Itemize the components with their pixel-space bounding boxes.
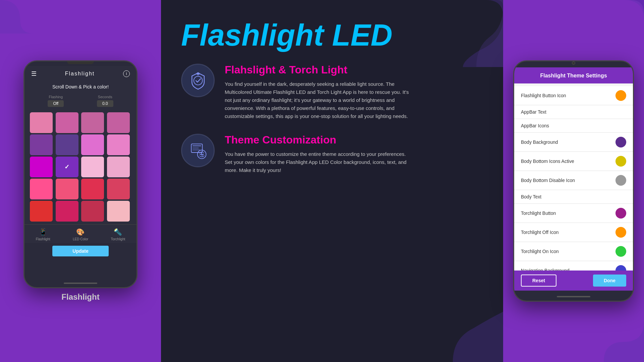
settings-item-label-2: AppBar Icons — [521, 123, 549, 128]
feature1-title: Flahslight & Torch Light — [225, 64, 413, 76]
feature2-content: Theme Customization You have the power t… — [225, 134, 413, 174]
seconds-control: Seconds 0.0 — [97, 95, 113, 107]
torchlight-nav-label: Torchlight — [111, 237, 125, 241]
seconds-label: Seconds — [98, 95, 112, 99]
feature-theme: Theme Customization You have the power t… — [181, 134, 483, 174]
color-grid: ✓ — [24, 110, 137, 224]
settings-color-dot-0 — [615, 90, 626, 101]
color-cell-0[interactable] — [30, 112, 53, 133]
left-section: ☰ Flashlight i Scroll Down & Pick a colo… — [0, 0, 161, 362]
settings-item-label-8: Torchlight Off Icon — [521, 230, 559, 235]
settings-item-label-9: Torchlight On Icon — [521, 249, 559, 254]
settings-item-label-3: Body Background — [521, 139, 558, 145]
feature2-icon-circle — [181, 134, 215, 167]
settings-color-dot-8 — [615, 227, 626, 238]
phone-bottom-nav: 📱 Flashlight 🎨 LED Color 🔦 Torchlight — [24, 224, 137, 243]
color-cell-9[interactable]: ✓ — [56, 157, 78, 177]
color-cell-10[interactable] — [81, 157, 104, 177]
color-cell-8[interactable] — [30, 157, 53, 177]
color-cell-18[interactable] — [81, 201, 104, 222]
color-cell-17[interactable] — [56, 201, 78, 222]
settings-item-0[interactable]: Flashlight Button Icon — [514, 86, 633, 105]
settings-camera — [572, 61, 575, 65]
settings-color-dot-3 — [615, 137, 626, 147]
settings-item-6[interactable]: Body Text — [514, 190, 633, 204]
flashlight-nav-label: Flashlight — [36, 237, 50, 241]
color-cell-19[interactable] — [107, 201, 130, 222]
nav-torchlight[interactable]: 🔦 Torchlight — [111, 228, 125, 241]
settings-item-label-5: Body Bottom Disable Icon — [521, 178, 575, 183]
shield-badge-icon — [189, 71, 207, 90]
settings-color-dot-4 — [615, 156, 626, 167]
color-cell-16[interactable] — [30, 201, 53, 222]
settings-color-dot-5 — [615, 175, 626, 186]
settings-item-1[interactable]: AppBar Text — [514, 105, 633, 119]
settings-item-5[interactable]: Body Bottom Disable Icon — [514, 171, 633, 190]
color-cell-11[interactable] — [107, 157, 130, 177]
color-cell-12[interactable] — [30, 179, 53, 199]
color-cell-6[interactable] — [81, 134, 104, 155]
color-cell-4[interactable] — [30, 134, 53, 155]
settings-list: Flashlight Button IconAppBar TextAppBar … — [514, 83, 633, 283]
deco-curve-tl — [0, 0, 34, 34]
seconds-btn[interactable]: 0.0 — [97, 100, 113, 107]
color-cell-14[interactable] — [81, 179, 104, 199]
flashing-control: Flashing Off — [48, 95, 64, 107]
menu-icon[interactable]: ☰ — [31, 70, 37, 77]
color-cell-3[interactable] — [107, 112, 130, 133]
deco-curve-tr — [604, 0, 644, 40]
color-cell-15[interactable] — [107, 179, 130, 199]
settings-item-label-1: AppBar Text — [521, 109, 546, 115]
svg-rect-4 — [193, 147, 199, 148]
settings-title: Flashlight Theme Settings — [521, 73, 626, 79]
phone-top-bar: ☰ Flashlight i — [24, 66, 137, 80]
settings-item-7[interactable]: Torchlight Button — [514, 204, 633, 223]
settings-item-label-6: Body Text — [521, 194, 541, 199]
flashing-label: Flashing — [49, 95, 63, 99]
settings-footer: Reset Done — [514, 270, 633, 291]
led-nav-label: LED Color — [73, 237, 88, 241]
feature2-title: Theme Customization — [225, 134, 413, 146]
feature1-content: Flahslight & Torch Light You find yourse… — [225, 64, 413, 120]
color-cell-2[interactable] — [81, 112, 104, 133]
reset-button[interactable]: Reset — [521, 275, 556, 287]
color-cell-7[interactable] — [107, 134, 130, 155]
settings-phone: Flashlight Theme Settings Flashlight But… — [513, 60, 634, 302]
settings-color-dot-7 — [615, 208, 626, 219]
phone-controls: Flashing Off Seconds 0.0 — [24, 92, 137, 110]
feature2-text: You have the power to customize the enti… — [225, 150, 413, 174]
info-icon[interactable]: i — [123, 70, 130, 77]
settings-item-label-0: Flashlight Button Icon — [521, 93, 566, 98]
led-nav-icon: 🎨 — [76, 228, 85, 236]
settings-item-8[interactable]: Torchlight Off Icon — [514, 223, 633, 242]
deco-curve-br — [604, 322, 644, 362]
settings-item-label-4: Body Bottom Icons Active — [521, 159, 574, 164]
done-button[interactable]: Done — [593, 275, 626, 287]
theme-icon — [189, 141, 207, 160]
settings-item-9[interactable]: Torchlight On Icon — [514, 242, 633, 261]
settings-color-dot-9 — [615, 246, 626, 257]
color-cell-13[interactable] — [56, 179, 78, 199]
feature-flashlight: Flahslight & Torch Light You find yourse… — [181, 64, 483, 120]
phone-label: Flashlight — [61, 292, 99, 302]
deco-top-right — [436, 0, 503, 67]
update-button[interactable]: Update — [52, 246, 108, 256]
settings-item-4[interactable]: Body Bottom Icons Active — [514, 152, 633, 171]
deco-bottom-right — [453, 312, 503, 362]
nav-flashlight[interactable]: 📱 Flashlight — [36, 228, 50, 241]
flashlight-nav-icon: 📱 — [39, 228, 47, 236]
right-section: Flashlight Theme Settings Flashlight But… — [503, 0, 644, 362]
settings-home-indicator — [557, 296, 590, 297]
torchlight-nav-icon: 🔦 — [114, 228, 122, 236]
svg-point-0 — [194, 76, 202, 85]
color-cell-5[interactable] — [56, 134, 78, 155]
feature1-text: You find yourself in the dark, desperate… — [225, 80, 413, 120]
main-section: Flashlight LED Flahslight & Torch Light … — [161, 0, 503, 362]
settings-item-label-7: Torchlight Button — [521, 210, 556, 216]
flashing-btn[interactable]: Off — [48, 100, 64, 107]
settings-item-2[interactable]: AppBar Icons — [514, 119, 633, 133]
settings-item-3[interactable]: Body Background — [514, 133, 633, 152]
phone-notch — [67, 61, 94, 64]
color-cell-1[interactable] — [56, 112, 78, 133]
nav-led[interactable]: 🎨 LED Color — [73, 228, 88, 241]
